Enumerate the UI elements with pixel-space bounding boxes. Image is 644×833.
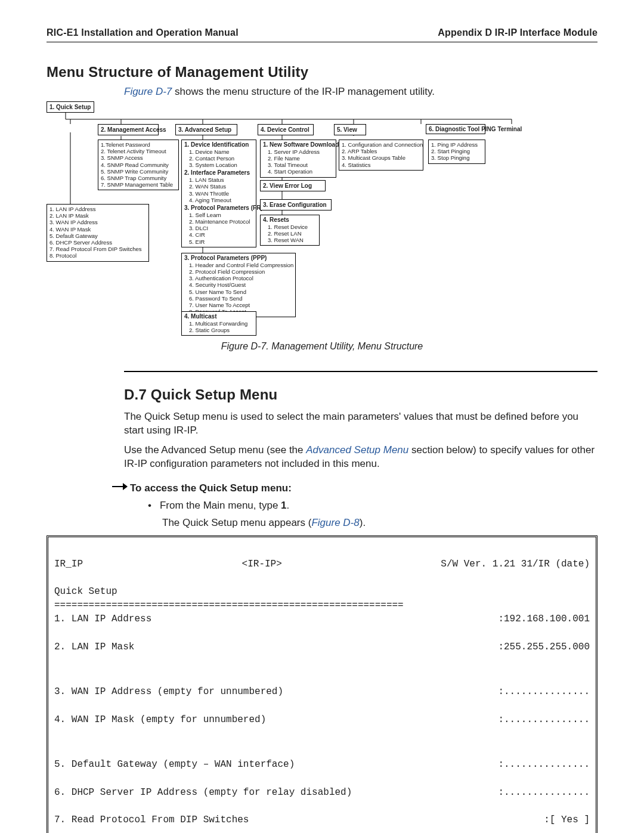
- procedure-steps: From the Main menu, type 1.: [148, 499, 597, 513]
- node-management-items: 1.Telenet Password 2. Telenet Activity T…: [98, 140, 179, 190]
- quick-setup-terminal: IR_IP<IR-IP>S/W Ver. 1.21 31/IR (date) Q…: [47, 535, 597, 833]
- term-divider: ========================================…: [54, 600, 404, 611]
- term-subtitle: Quick Setup: [54, 586, 117, 597]
- node-quick-setup-items: 1. LAN IP Address 2. LAN IP Mask 3. WAN …: [47, 204, 149, 262]
- advanced-setup-link[interactable]: Advanced Setup Menu: [306, 444, 408, 456]
- term-head-left: IR_IP: [54, 558, 83, 571]
- node-advanced-setup: 3. Advanced Setup: [175, 124, 237, 136]
- node-dc4: 4. Resets 1. Reset Device 2. Reset LAN 3…: [260, 215, 320, 246]
- section-rule: [124, 371, 597, 372]
- para-1: The Quick Setup menu is used to select t…: [124, 410, 597, 438]
- node-diag-items: 1. Ping IP Address 2. Start Pinging 3. S…: [428, 140, 485, 164]
- node-adv-b: 3. Protocol Parameters (PPP) 1. Header a…: [181, 253, 296, 317]
- term-head-center: <IR-IP>: [83, 558, 441, 571]
- figure-d7-ref[interactable]: Figure D-7: [124, 86, 172, 97]
- node-management-access: 2. Management Access: [98, 124, 159, 136]
- header-left: RIC-E1 Installation and Operation Manual: [47, 26, 239, 39]
- step-result: The Quick Setup menu appears (Figure D-8…: [162, 516, 597, 530]
- node-view: 5. View: [334, 124, 366, 136]
- para-2: Use the Advanced Setup menu (see the Adv…: [124, 444, 597, 471]
- figure-d8-ref[interactable]: Figure D-8: [311, 517, 359, 528]
- heading-d7: D.7 Quick Setup Menu: [124, 385, 597, 404]
- node-adv-c: 4. Multicast 1. Multicast Forwarding 2. …: [181, 311, 256, 336]
- node-diagnostic-tool: 6. Diagnostic Tool PING Terminal: [426, 124, 485, 134]
- header-right: Appendix D IR-IP Interface Module: [438, 26, 597, 39]
- figure-d7-caption: Figure D-7. Management Utility, Menu Str…: [47, 340, 597, 353]
- node-dc3: 3. Erase Configuration: [260, 199, 332, 211]
- step-1: From the Main menu, type 1.: [148, 499, 597, 513]
- node-dc2: 2. View Error Log: [260, 180, 326, 192]
- heading-menu-structure: Menu Structure of Management Utility: [47, 63, 597, 82]
- term-head-right: S/W Ver. 1.21 31/IR (date): [441, 558, 590, 571]
- node-device-control: 4. Device Control: [258, 124, 314, 136]
- node-adv-a: 1. Device Identification 1. Device Name …: [181, 140, 256, 247]
- svg-marker-16: [123, 483, 128, 490]
- lead-paragraph: Figure D-7 shows the menu structure of t…: [124, 85, 597, 99]
- menu-structure-diagram: Main Menu 1. Quick Setup 2. Management A…: [47, 101, 547, 334]
- node-quick-setup: 1. Quick Setup: [47, 101, 94, 113]
- procedure-arrow-icon: [112, 482, 130, 491]
- node-view-items: 1. Configuration and Connection 2. ARP T…: [339, 140, 423, 171]
- running-header: RIC-E1 Installation and Operation Manual…: [47, 26, 597, 42]
- procedure-heading: To access the Quick Setup menu:: [112, 482, 597, 496]
- node-dc1: 1. New Software Download 1. Server IP Ad…: [260, 140, 336, 178]
